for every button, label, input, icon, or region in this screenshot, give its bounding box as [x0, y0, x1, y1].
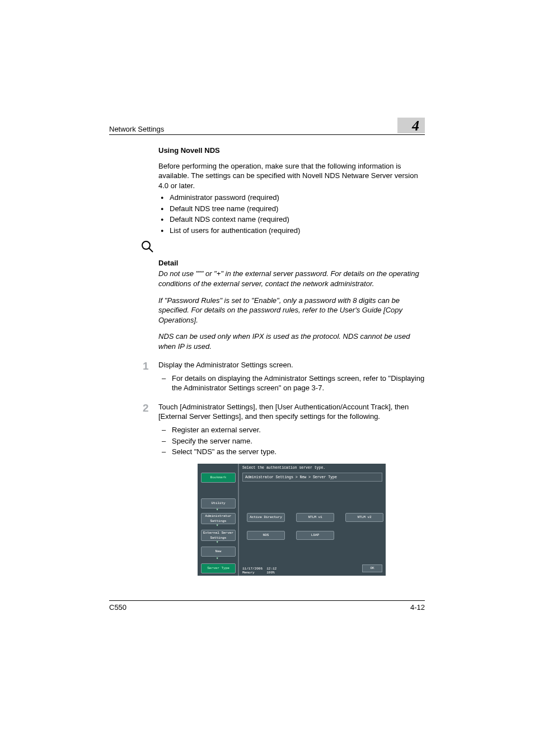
ntlm-v1-button[interactable]: NTLM v1 — [296, 513, 334, 522]
step-sub-item: Specify the server name. — [158, 436, 425, 446]
detail-heading: Detail — [158, 258, 425, 268]
model-label: C550 — [109, 603, 127, 612]
status-bar: 11/17/2006 12:12 Memory 100% — [242, 567, 277, 575]
subsection-heading: Using Novell NDS — [158, 146, 425, 156]
svg-line-1 — [149, 248, 153, 252]
step-number: 2 — [143, 401, 149, 416]
step-2: 2 Touch [Administrator Settings], then [… — [158, 402, 425, 457]
step-text: Display the Administrator Settings scree… — [158, 361, 293, 369]
list-item: Default NDS tree name (required) — [158, 204, 425, 214]
detail-paragraph: If "Password Rules" is set to "Enable", … — [158, 296, 425, 325]
section-title: Network Settings — [109, 125, 164, 133]
device-screenshot: Bookmark Utility ▾ Administrator Setting… — [198, 464, 386, 576]
external-server-button[interactable]: External Server Settings — [201, 530, 236, 541]
requirements-list: Administrator password (required) Defaul… — [158, 193, 425, 235]
list-item: List of users for authentication (requir… — [158, 226, 425, 236]
magnifier-icon — [140, 240, 425, 257]
page-content: Using Novell NDS Before performing the o… — [158, 146, 425, 576]
bookmark-button[interactable]: Bookmark — [201, 473, 236, 483]
detail-paragraph: NDS can be used only when IPX is used as… — [158, 332, 425, 351]
chevron-down-icon: ▾ — [216, 541, 219, 544]
new-button[interactable]: New — [201, 547, 236, 557]
step-number: 1 — [143, 359, 149, 374]
page-number: 4-12 — [410, 603, 425, 612]
step-1: 1 Display the Administrator Settings scr… — [158, 360, 425, 393]
list-item: Administrator password (required) — [158, 193, 425, 203]
page-footer: C550 4-12 — [109, 600, 425, 612]
ok-button[interactable]: OK — [362, 564, 382, 572]
chevron-down-icon: ▾ — [216, 508, 219, 511]
step-text: Touch [Administrator Settings], then [Us… — [158, 403, 409, 421]
nds-button[interactable]: NDS — [247, 531, 285, 540]
admin-settings-button[interactable]: Administrator Settings — [201, 513, 236, 524]
server-type-button[interactable]: Server Type — [201, 563, 236, 573]
step-sub-item: Register an external server. — [158, 425, 425, 435]
svg-point-0 — [142, 241, 150, 249]
step-sub-item: Select "NDS" as the server type. — [158, 447, 425, 457]
utility-button[interactable]: Utility — [201, 498, 236, 508]
chevron-down-icon: ▾ — [216, 524, 219, 527]
breadcrumb: Administrator Settings > New > Server Ty… — [242, 473, 382, 482]
step-sub-item: For details on displaying the Administra… — [158, 374, 425, 393]
intro-paragraph: Before performing the operation, make su… — [158, 161, 425, 191]
detail-paragraph: Do not use """ or "+" in the external se… — [158, 269, 425, 288]
chevron-down-icon: ▾ — [216, 557, 219, 560]
chapter-number: 4 — [397, 118, 425, 133]
active-directory-button[interactable]: Active Directory — [247, 513, 285, 522]
ldap-button[interactable]: LDAP — [296, 531, 334, 540]
ntlm-v2-button[interactable]: NTLM v2 — [345, 513, 383, 522]
running-header: Network Settings 4 — [109, 118, 425, 135]
list-item: Default NDS context name (required) — [158, 214, 425, 225]
screenshot-instruction: Select the authentication server type. — [242, 466, 325, 471]
